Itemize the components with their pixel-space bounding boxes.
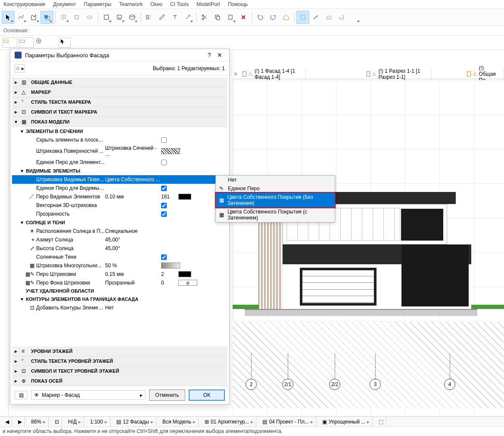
row-surface-hatch[interactable]: Штриховка Поверхностей ...Штриховка Сече… — [12, 144, 227, 158]
tool-measure[interactable] — [156, 11, 168, 24]
tool-sync[interactable] — [335, 11, 348, 24]
row-azimuth[interactable]: ⌖Азимут Солнца45,00° — [12, 235, 227, 244]
status-3d[interactable]: ⬚ — [376, 417, 386, 427]
status-layer[interactable]: ⊞ 01 Архитектур...▸ — [202, 417, 257, 427]
row-sun-shadows[interactable]: Солнечные Тени — [12, 253, 227, 261]
layer-ctrl-icon[interactable]: ▤ — [15, 391, 28, 399]
section-model-display[interactable]: ▾▦ПОКАЗ МОДЕЛИ — [12, 117, 227, 127]
section-marker-symbol[interactable]: ▸⊡СИМВОЛ И ТЕКСТ МАРКЕРА — [12, 107, 227, 117]
tool-snap[interactable] — [70, 11, 83, 24]
row-shadow-hatch[interactable]: ▦Штриховка Многоугольни...50 % — [12, 261, 227, 270]
tool-cloud[interactable] — [322, 11, 335, 24]
section-floor-symbol[interactable]: ▸⊡СИМВОЛ И ТЕКСТ УРОВНЕЙ ЭТАЖЕЙ — [12, 366, 227, 376]
menu-modelport[interactable]: ModelPort — [196, 1, 220, 7]
tb2-1[interactable] — [3, 37, 17, 48]
tb2-pointer[interactable] — [59, 37, 71, 48]
tool-cut[interactable] — [198, 11, 211, 24]
grid-marker-4: 4 — [444, 354, 455, 390]
row-transparency[interactable]: Прозрачность — [12, 210, 227, 218]
drawing-viewport[interactable]: 2 2/1 2/2 3 4 — [233, 80, 504, 416]
tool-layer[interactable] — [40, 11, 53, 24]
tool-paste[interactable] — [224, 11, 237, 24]
subsec-boundary[interactable]: ▾КОНТУРЫ ЭЛЕМЕНТОВ НА ГРАНИЦАХ ФАСАДА — [12, 295, 227, 303]
tool-offset[interactable] — [113, 11, 126, 24]
ok-button[interactable]: ОК — [189, 390, 225, 401]
tool-arrow[interactable] — [2, 11, 15, 24]
tool-del[interactable] — [237, 11, 250, 24]
dialog-titlebar[interactable]: Параметры Выбранного Фасада ? ✕ — [10, 49, 229, 62]
row-visible-elem-pen[interactable]: Перо Видимых Элементов0.10 мм161 — [12, 192, 227, 201]
tb2-2[interactable] — [19, 37, 34, 48]
subsec-sun[interactable]: ▾СОЛНЦЕ И ТЕНИ — [12, 218, 227, 227]
app-icon — [15, 52, 22, 59]
cancel-button[interactable]: Отменить — [149, 390, 185, 401]
status-view[interactable]: ▤ 12 Фасады▸ — [114, 417, 156, 427]
status-nd[interactable]: Н/Д▸ — [65, 417, 84, 427]
tool-structure[interactable] — [143, 11, 156, 24]
section-marker-text[interactable]: ▸ᵀСТИЛЬ ТЕКСТА МАРКЕРА — [12, 97, 227, 107]
status-zoom[interactable]: 86%▸ — [28, 417, 49, 427]
status-model[interactable]: Вся Модель▸ — [160, 417, 199, 427]
section-floor-text[interactable]: ▸ᵀСТИЛЬ ТЕКСТА УРОВНЕЙ ЭТАЖЕЙ — [12, 356, 227, 366]
tool-grid[interactable] — [57, 11, 70, 24]
row-add-contours[interactable]: ⊡Добавить Контуры Элемен...Нет — [12, 303, 227, 312]
section-axis[interactable]: ▸⊕ПОКАЗ ОСЕЙ — [12, 376, 227, 386]
subsec-distant[interactable]: УЧЕТ УДАЛЕННОЙ ОБЛАСТИ — [12, 287, 227, 295]
tool-copy[interactable] — [211, 11, 224, 24]
row-visible-hatch[interactable]: Штриховка Видимых Пове...Цвета Собственн… — [12, 175, 227, 184]
row-altitude[interactable]: ⤢Высота Солнца45,00° — [12, 244, 227, 253]
tool-redo[interactable] — [267, 11, 280, 24]
favorites-button[interactable]: ☆ ▸ — [15, 64, 25, 73]
grid-marker-2: 2 — [246, 354, 257, 390]
popup-item-own-colors-shade[interactable]: ▦Цвета Собственного Покрытия (с Затенени… — [216, 207, 335, 222]
tool-calc[interactable] — [168, 11, 181, 24]
row-visible-pen[interactable]: Единое Перо для Видимых... — [12, 184, 227, 192]
menu-citools[interactable]: CI Tools — [170, 1, 189, 7]
close-button[interactable]: ✕ — [215, 52, 225, 59]
tool-magic[interactable] — [181, 11, 194, 24]
status-fit[interactable]: ⊡ — [52, 417, 62, 427]
tab-close-icon[interactable]: ✕ — [233, 71, 238, 77]
tab-facade[interactable]: ⚠(!) 1 Фасад 1-4 [1 Фасад 1-4] — [238, 69, 306, 79]
row-bg-pen[interactable]: ▦✎Перо Фона ШтриховкиПрозрачный0⊘ — [12, 278, 227, 287]
tool-trace[interactable] — [15, 11, 28, 24]
menu-help[interactable]: Помощь — [228, 1, 248, 7]
menu-document[interactable]: Документ — [53, 1, 76, 7]
section-marker[interactable]: ▸△МАРКЕР — [12, 87, 227, 97]
popup-item-own-colors-noshade[interactable]: ▦Цвета Собственного Покрытия (Без Затене… — [215, 192, 336, 208]
row-hatch-pen[interactable]: ▦✎Перо Штриховки0.15 мм2 — [12, 270, 227, 278]
section-floor-levels[interactable]: ▸≡УРОВНИ ЭТАЖЕЙ — [12, 346, 227, 356]
section-general[interactable]: ▸▥ОБЩИЕ ДАННЫЕ — [12, 77, 227, 87]
tool-home[interactable] — [280, 11, 292, 24]
tb2-3[interactable] — [35, 37, 50, 48]
menu-window[interactable]: Окно — [150, 1, 162, 7]
menu-construction[interactable]: Конструирование — [3, 1, 45, 7]
row-sun-pos[interactable]: ☀Расположение Солнца в П...Специальное — [12, 227, 227, 235]
tool-more[interactable] — [348, 11, 361, 24]
tab-section[interactable]: ⚠(!) 1 Разрез 1-1 [1 Разрез 1-1] — [362, 69, 432, 79]
popup-item-single-pen[interactable]: ✎Единое Перо — [216, 184, 335, 193]
tool-select-box[interactable] — [296, 11, 309, 24]
status-scale[interactable]: 1:100▸ — [87, 417, 110, 427]
row-vector-3d[interactable]: Векторная 3D-штриховка — [12, 201, 227, 210]
row-section-pen[interactable]: Единое Перо для Элемент... — [12, 158, 227, 167]
tool-undo[interactable] — [254, 11, 267, 24]
tool-clip[interactable] — [126, 11, 139, 24]
marker-dropdown[interactable]: 👁Маркер - Фасад▸ — [31, 390, 146, 400]
popup-item-none[interactable]: Нет — [216, 176, 335, 184]
subsec-section-elements[interactable]: ▾ЭЛЕМЕНТЫ В СЕЧЕНИИ — [12, 127, 227, 136]
menu-params[interactable]: Параметры — [84, 1, 112, 7]
tool-reno[interactable] — [309, 11, 322, 24]
status-navback[interactable]: ◀ — [3, 417, 12, 427]
tool-bound[interactable] — [100, 11, 113, 24]
tool-section[interactable] — [28, 11, 40, 24]
help-button[interactable]: ? — [204, 52, 215, 59]
tool-plane[interactable] — [83, 11, 96, 24]
status-simplified[interactable]: ▣ Упрощенный ...▸ — [320, 417, 373, 427]
menu-teamwork[interactable]: Teamwork — [119, 1, 143, 7]
tab-general[interactable]: ⚠(!) Общая Пе — [463, 69, 504, 79]
status-navfwd[interactable]: ▶ — [16, 417, 25, 427]
subsec-visible-elements[interactable]: ▾ВИДИМЫЕ ЭЛЕМЕНТЫ — [12, 167, 227, 175]
row-hide-elements[interactable]: Скрыть элементы в плоско... — [12, 136, 227, 144]
status-project[interactable]: ▤ 04 Проект - Пл...▸ — [260, 417, 316, 427]
